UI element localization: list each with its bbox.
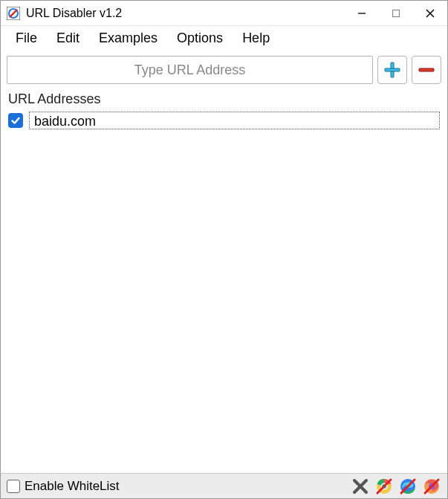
list-item-url[interactable]: baidu.com xyxy=(29,112,440,129)
toolbar xyxy=(1,50,447,88)
menu-examples[interactable]: Examples xyxy=(90,28,166,49)
remove-url-button[interactable] xyxy=(412,56,441,84)
menu-file[interactable]: File xyxy=(7,28,46,49)
chrome-blocked-icon xyxy=(375,477,393,495)
x-icon xyxy=(352,478,369,495)
svg-rect-8 xyxy=(385,68,400,71)
add-url-button[interactable] xyxy=(377,56,407,84)
titlebar: URL Disabler v1.2 xyxy=(1,1,447,26)
whitelist-label: Enable WhiteList xyxy=(25,479,120,494)
url-input[interactable] xyxy=(7,56,373,84)
check-icon xyxy=(10,115,21,126)
block-chrome-button[interactable] xyxy=(374,477,394,496)
menubar: File Edit Examples Options Help xyxy=(1,26,447,50)
menu-edit[interactable]: Edit xyxy=(48,28,88,49)
maximize-button[interactable] xyxy=(379,1,413,26)
firefox-blocked-icon xyxy=(423,477,441,495)
edge-blocked-icon xyxy=(399,477,417,495)
window-title: URL Disabler v1.2 xyxy=(26,7,122,20)
whitelist-checkbox[interactable] xyxy=(7,480,20,493)
block-firefox-button[interactable] xyxy=(422,477,441,496)
statusbar: Enable WhiteList xyxy=(1,473,447,498)
svg-rect-9 xyxy=(419,68,434,71)
block-edge-button[interactable] xyxy=(398,477,418,496)
list-item-checkbox[interactable] xyxy=(8,113,23,128)
menu-options[interactable]: Options xyxy=(168,28,232,49)
plus-icon xyxy=(383,60,402,80)
minus-icon xyxy=(417,60,436,80)
app-window: URL Disabler v1.2 File Edit Examples Opt… xyxy=(0,0,448,499)
menu-help[interactable]: Help xyxy=(233,28,279,49)
list-item[interactable]: baidu.com xyxy=(7,110,441,131)
minimize-button[interactable] xyxy=(345,1,379,26)
svg-rect-4 xyxy=(393,10,400,16)
url-addresses-label: URL Addresses xyxy=(1,88,447,110)
delete-all-button[interactable] xyxy=(351,477,370,496)
app-icon xyxy=(7,7,20,20)
close-button[interactable] xyxy=(413,1,447,26)
url-list: baidu.com xyxy=(7,110,441,469)
